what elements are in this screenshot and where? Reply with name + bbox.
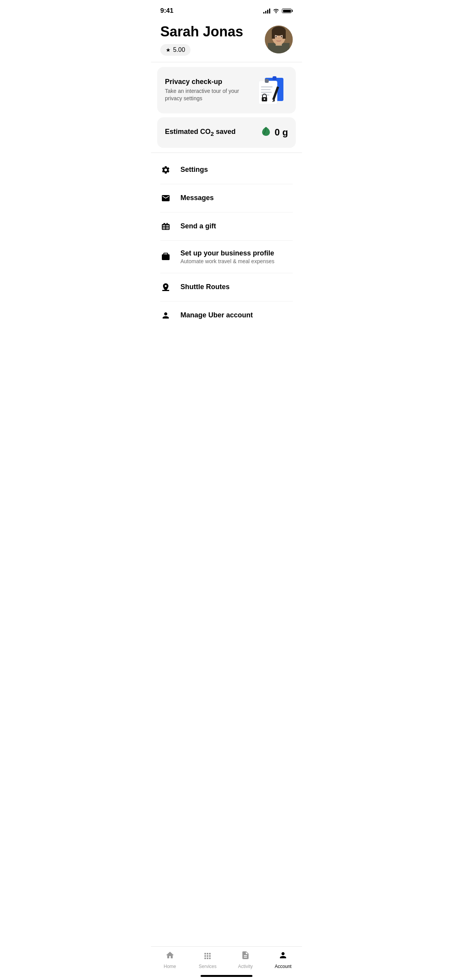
settings-icon bbox=[160, 164, 171, 175]
business-subtitle: Automate work travel & meal expenses bbox=[180, 258, 293, 264]
status-bar: 9:41 bbox=[151, 0, 302, 19]
co2-card[interactable]: Estimated CO2 saved 0 g bbox=[157, 117, 296, 148]
menu-item-settings[interactable]: Settings bbox=[151, 156, 302, 184]
header-left: Sarah Jonas ★ 5.00 bbox=[160, 24, 265, 56]
co2-label: Estimated CO2 saved bbox=[165, 128, 235, 135]
co2-right: 0 g bbox=[261, 126, 288, 139]
business-icon bbox=[160, 251, 171, 262]
rating-badge: ★ 5.00 bbox=[160, 44, 190, 56]
svg-rect-16 bbox=[265, 79, 269, 83]
co2-card-text: Estimated CO2 saved bbox=[165, 128, 261, 137]
svg-rect-25 bbox=[162, 290, 169, 291]
menu-section: Settings Messages Send a gift bbox=[151, 153, 302, 332]
svg-rect-17 bbox=[261, 86, 273, 87]
shuttle-icon bbox=[160, 282, 171, 293]
business-label: Set up your business profile bbox=[180, 249, 293, 257]
svg-point-11 bbox=[275, 36, 277, 38]
co2-amount: 0 g bbox=[275, 127, 288, 138]
privacy-card[interactable]: Privacy check-up Take an interactive tou… bbox=[157, 67, 296, 113]
menu-item-business[interactable]: Set up your business profile Automate wo… bbox=[151, 241, 302, 273]
svg-rect-7 bbox=[272, 30, 275, 39]
manage-icon bbox=[160, 310, 171, 321]
svg-rect-14 bbox=[273, 76, 276, 80]
privacy-illustration bbox=[253, 75, 288, 106]
gift-label: Send a gift bbox=[180, 222, 293, 230]
svg-point-22 bbox=[264, 98, 265, 100]
svg-rect-18 bbox=[261, 89, 271, 90]
svg-rect-19 bbox=[261, 92, 272, 93]
status-icons bbox=[263, 8, 293, 14]
settings-label: Settings bbox=[180, 166, 293, 174]
status-time: 9:41 bbox=[160, 7, 173, 15]
svg-rect-8 bbox=[283, 30, 286, 39]
messages-icon bbox=[160, 193, 171, 204]
menu-item-messages[interactable]: Messages bbox=[151, 184, 302, 212]
menu-item-manage[interactable]: Manage Uber account bbox=[151, 302, 302, 329]
rating-value: 5.00 bbox=[173, 46, 185, 53]
privacy-card-subtitle: Take an interactive tour of your privacy… bbox=[165, 87, 253, 103]
shuttle-text: Shuttle Routes bbox=[180, 283, 293, 291]
business-text: Set up your business profile Automate wo… bbox=[180, 249, 293, 264]
cards-section: Privacy check-up Take an interactive tou… bbox=[151, 62, 302, 152]
battery-icon bbox=[282, 9, 293, 13]
gift-icon bbox=[160, 221, 171, 232]
header: Sarah Jonas ★ 5.00 bbox=[151, 19, 302, 62]
messages-label: Messages bbox=[180, 194, 293, 202]
shuttle-label: Shuttle Routes bbox=[180, 283, 293, 291]
wifi-icon bbox=[273, 8, 280, 14]
manage-text: Manage Uber account bbox=[180, 311, 293, 319]
user-name: Sarah Jonas bbox=[160, 24, 265, 39]
gift-text: Send a gift bbox=[180, 222, 293, 230]
messages-text: Messages bbox=[180, 194, 293, 202]
privacy-card-title: Privacy check-up bbox=[165, 78, 253, 86]
star-icon: ★ bbox=[166, 47, 171, 53]
privacy-card-text: Privacy check-up Take an interactive tou… bbox=[165, 78, 253, 103]
leaf-icon bbox=[261, 126, 271, 139]
menu-item-gift[interactable]: Send a gift bbox=[151, 212, 302, 240]
avatar[interactable] bbox=[265, 26, 293, 53]
svg-point-12 bbox=[281, 36, 282, 38]
signal-icon bbox=[263, 8, 270, 14]
menu-item-shuttle[interactable]: Shuttle Routes bbox=[151, 273, 302, 301]
settings-text: Settings bbox=[180, 166, 293, 174]
manage-label: Manage Uber account bbox=[180, 311, 293, 319]
